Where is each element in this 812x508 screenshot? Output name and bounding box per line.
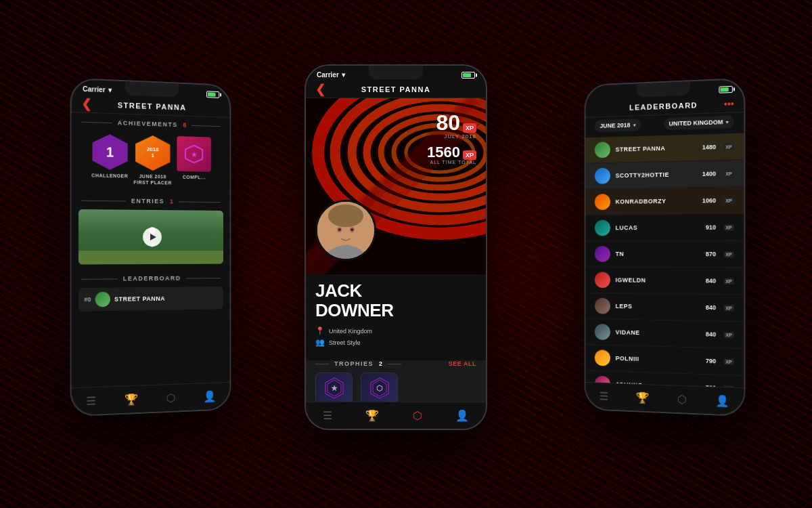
lb-avatar-1 xyxy=(595,142,610,158)
center-nav-list[interactable]: ☰ xyxy=(323,409,332,422)
xp-month-label: JULY 2018 xyxy=(427,133,476,140)
center-back-arrow[interactable]: ❮ xyxy=(315,82,325,97)
lb-row-3[interactable]: KONRADBORZY 1060 XP xyxy=(585,187,744,215)
location-icon: 📍 xyxy=(315,326,325,335)
region-filter[interactable]: UNITED KINGDOM ▾ xyxy=(663,115,734,130)
lb-avatar-6 xyxy=(595,272,610,288)
lb-name-4: LUCAS xyxy=(616,224,700,232)
right-battery-icon xyxy=(719,85,732,93)
center-battery-icon xyxy=(461,72,475,79)
svg-point-16 xyxy=(338,228,341,232)
trophies-label: TROPHIES xyxy=(334,360,374,367)
lb-avatar-4 xyxy=(595,220,610,236)
achievement-june2018[interactable]: 20181 JUNE 2018FIRST PLACER xyxy=(133,135,171,186)
lb-avatar-2 xyxy=(595,168,610,184)
location-row: 📍 United Kingdom xyxy=(315,326,476,335)
left-status-left: Carrier ▾ xyxy=(83,85,112,94)
left-status-right xyxy=(206,91,219,98)
profile-avatar xyxy=(315,200,376,261)
center-nav-ball[interactable]: ⬡ xyxy=(413,409,422,422)
left-lb-item[interactable]: #0 STREET PANNA xyxy=(78,287,223,312)
left-phone: Carrier ▾ 18:39 ❮ STREET PANNA ACHIEVEME… xyxy=(70,78,231,417)
left-carrier: Carrier xyxy=(83,85,105,94)
lb-xp-tag-4: XP xyxy=(723,224,734,230)
month-filter-arrow: ▾ xyxy=(633,122,635,128)
leaderboard-section-header: LEADERBOARD xyxy=(72,270,230,289)
entry-thumbnail[interactable] xyxy=(78,209,223,265)
achievements-count: 8 xyxy=(183,121,186,128)
right-nav-person[interactable]: 👤 xyxy=(715,394,729,408)
lb-row-6[interactable]: IGWELDN 840 XP xyxy=(585,267,744,295)
lb-xp-tag-5: XP xyxy=(723,251,734,257)
lb-xp-tag-3: XP xyxy=(723,197,734,203)
lb-row-4[interactable]: LUCAS 910 XP xyxy=(585,214,744,241)
lb-score-5: 870 xyxy=(706,251,716,257)
lb-name-8: VIDANE xyxy=(616,329,700,337)
left-leaderboard-section: #0 STREET PANNA xyxy=(72,287,230,312)
trophies-count: 2 xyxy=(379,360,382,367)
profile-name-line2: DOWNER xyxy=(315,300,393,320)
lb-score-6: 840 xyxy=(706,277,716,284)
svg-text:⬡: ⬡ xyxy=(376,384,383,392)
left-nav-trophy[interactable]: 🏆 xyxy=(125,393,138,406)
lb-score-4: 910 xyxy=(706,224,716,231)
comp-badge: ★ xyxy=(177,136,211,172)
entries-count: 1 xyxy=(170,198,173,205)
play-button[interactable] xyxy=(143,228,162,247)
see-all-button[interactable]: SEE ALL xyxy=(449,360,476,367)
xp-badge-label: XP xyxy=(463,123,476,133)
left-nav-list[interactable]: ☰ xyxy=(86,394,95,408)
right-nav-ball[interactable]: ⬡ xyxy=(677,393,687,406)
lb-score-2: 1400 xyxy=(702,170,716,177)
center-phone: Carrier ▾ 18:39 ❮ STREET PANNA xyxy=(304,64,487,430)
right-nav-trophy[interactable]: 🏆 xyxy=(636,391,650,404)
lb-row-5[interactable]: TN 870 XP xyxy=(585,241,744,268)
trophies-line xyxy=(315,364,329,364)
leaderboard-list: STREET PANNA 1480 XP SCOTTY2HOTTIE 1400 … xyxy=(585,130,744,405)
trophies-line2 xyxy=(388,364,401,364)
lb-row-7[interactable]: LEPS 840 XP xyxy=(585,293,744,322)
xp-total-number: 1560 xyxy=(427,145,460,160)
lb-avatar-5 xyxy=(595,246,610,262)
right-phone: 18:39 LEADERBOARD ••• JUNE 2018 ▾ UNITED… xyxy=(585,78,746,417)
entries-section xyxy=(72,209,230,270)
left-back-arrow[interactable]: ❮ xyxy=(81,96,91,112)
lb-score-1: 1480 xyxy=(702,144,716,151)
lb-name-0: STREET PANNA xyxy=(114,295,165,303)
center-nav-person[interactable]: 👤 xyxy=(455,409,469,422)
left-nav-ball[interactable]: ⬡ xyxy=(166,391,176,404)
achievement-challenger[interactable]: 1 CHALLENGER xyxy=(91,133,128,185)
right-more-dots[interactable]: ••• xyxy=(724,98,734,110)
trophies-label-wrap: TROPHIES 2 xyxy=(315,360,374,367)
lb-avatar-9 xyxy=(595,350,610,366)
lb-score-3: 1060 xyxy=(702,197,716,204)
lb-rank-0: #0 xyxy=(84,296,91,303)
svg-point-17 xyxy=(351,228,354,232)
lb-name-3: KONRADBORZY xyxy=(616,197,697,205)
lb-score-8: 840 xyxy=(706,331,716,337)
profile-info: JACK DOWNER 📍 United Kingdom 👥 Street St… xyxy=(306,274,486,360)
profile-hero: 80 XP JULY 2018 1560 XP ALL TIME TOTAL xyxy=(306,98,486,274)
avatar-svg xyxy=(317,200,374,261)
month-filter[interactable]: JUNE 2018 ▾ xyxy=(595,119,641,132)
challenger-hexagon: 1 xyxy=(92,133,128,170)
left-bottom-nav: ☰ 🏆 ⬡ 👤 xyxy=(72,382,230,415)
june2018-inner: 20181 xyxy=(147,147,159,159)
center-nav-trophy[interactable]: 🏆 xyxy=(365,409,379,422)
june2018-badge: 20181 xyxy=(135,135,170,171)
left-nav-person[interactable]: 👤 xyxy=(203,389,216,402)
right-nav-list[interactable]: ☰ xyxy=(600,389,608,402)
left-phone-screen: ACHIEVEMENTS 8 1 CHALLENGER 20181 xyxy=(72,112,230,407)
achievement-comp[interactable]: ★ COMPL... xyxy=(177,136,211,187)
lb-name-2: SCOTTY2HOTTIE xyxy=(616,171,697,179)
achievements-row: 1 CHALLENGER 20181 JUNE 2018FIRST PLACER xyxy=(72,130,230,193)
region-filter-text: UNITED KINGDOM xyxy=(669,119,723,127)
lb-row-1[interactable]: STREET PANNA 1480 XP xyxy=(585,133,744,164)
play-triangle xyxy=(150,234,156,240)
lb-xp-tag-6: XP xyxy=(723,278,734,284)
left-wifi-icon: ▾ xyxy=(108,86,112,93)
lb-name-7: LEPS xyxy=(616,303,700,311)
lb-row-8[interactable]: VIDANE 840 XP xyxy=(585,319,744,349)
center-phone-notch xyxy=(369,66,423,79)
lb-row-2[interactable]: SCOTTY2HOTTIE 1400 XP xyxy=(585,160,744,189)
